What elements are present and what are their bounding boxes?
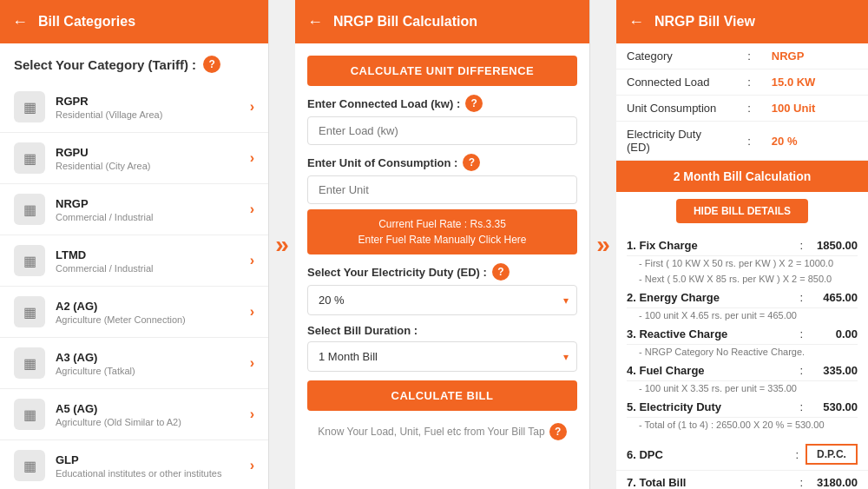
panel2-body: CALCULATE UNIT DIFFERENCE Enter Connecte… [295,43,589,489]
fuel-rate-box[interactable]: Current Fuel Rate : Rs.3.35 Enter Fuel R… [307,209,577,254]
charge-sub: - 100 unit X 4.65 rs. per unit = 465.00 [627,308,858,324]
charge-main-row: 5. Electricity Duty : 530.00 [627,397,858,418]
ed-value: 20 % [761,122,868,161]
total-bill-label: 7. Total Bill [627,476,792,489]
unit-consumption-field-group: Enter Unit of Consumption : ? Current Fu… [307,154,577,254]
connected-load-label-view: Connected Load [616,69,737,96]
cat-calculator-icon-rgpu: ▦ [14,142,45,174]
hide-bill-details-button[interactable]: HIDE BILL DETAILS [676,199,808,223]
charge-sub: - First ( 10 KW X 50 rs. per KW ) X 2 = … [627,256,858,272]
cat-desc-ltmd: Commercial / Industrial [56,263,250,274]
charge-sub: - 100 unit X 3.35 rs. per unit = 335.00 [627,381,858,397]
panel3-header: ← NRGP Bill View [616,0,868,43]
know-tap-help-icon[interactable]: ? [549,423,567,440]
cat-desc-glp: Educational institutes or other institut… [56,468,250,479]
nrgp-bill-view-panel: ← NRGP Bill View Category : NRGP Connect… [616,0,868,489]
fuel-rate-line2: Enter Fuel Rate Manually Click Here [318,232,567,248]
charge-value: 335.00 [810,364,858,377]
charge-sub: - Total of (1 to 4) : 2650.00 X 20 % = 5… [627,418,858,433]
cat-desc-a5ag: Agriculture (Old Similar to A2) [56,417,250,427]
category-item-a3ag[interactable]: ▦ A3 (AG) Agriculture (Tatkal) › [0,338,268,389]
panel3-title: NRGP Bill View [654,14,755,30]
panel3-back-arrow[interactable]: ← [628,13,644,31]
category-item-a5ag[interactable]: ▦ A5 (AG) Agriculture (Old Similar to A2… [0,389,268,440]
ed-field-group: Select Your Electricity Duty (ED) : ? 20… [307,263,577,315]
category-list: ▦ RGPR Residential (Village Area) › ▦ RG… [0,82,268,489]
duration-select[interactable]: 1 Month Bill2 Month Bill3 Month Bill [307,341,577,372]
cat-text-glp: GLP Educational institutes or other inst… [56,453,250,479]
cat-name-ltmd: LTMD [56,248,250,261]
dpc-row: 6. DPC : [616,439,868,471]
ed-label-view: Electricity Duty (ED) [616,122,737,161]
connected-load-row: Connected Load : 15.0 KW [616,69,868,96]
category-item-nrgp[interactable]: ▦ NRGP Commercial / Industrial › [0,184,268,235]
panel1-title: Bill Categories [38,14,135,30]
panel2-back-arrow[interactable]: ← [307,13,323,31]
cat-name-nrgp: NRGP [56,197,250,210]
ed-help-icon[interactable]: ? [492,263,510,281]
month-bill-header: 2 Month Bill Calculation [616,161,868,192]
cat-desc-nrgp: Commercial / Industrial [56,212,250,222]
charge-label: 1. Fix Charge [627,239,792,252]
cat-calculator-icon-ltmd: ▦ [14,245,45,276]
category-item-ltmd[interactable]: ▦ LTMD Commercial / Industrial › [0,235,268,287]
nrgp-bill-calc-panel: ← NRGP Bill Calculation CALCULATE UNIT D… [295,0,590,489]
connected-load-value: 15.0 KW [761,69,868,96]
category-item-a2ag[interactable]: ▦ A2 (AG) Agriculture (Meter Connection)… [0,287,268,338]
charge-label: 2. Energy Charge [627,291,792,304]
calculate-bill-button[interactable]: CALCULATE BILL [307,380,577,411]
cat-text-a3ag: A3 (AG) Agriculture (Tatkal) [56,351,250,376]
category-title-text: Select Your Category (Tariff) : [14,57,196,72]
know-tap-text: Know Your Load, Unit, Fuel etc from Your… [318,426,544,438]
panel1-back-arrow[interactable]: ← [12,13,28,31]
ed-select[interactable]: 20 %10 %5 %0 % [307,285,577,315]
cat-name-rgpu: RGPU [56,146,250,159]
charge-main-row: 4. Fuel Charge : 335.00 [627,360,858,381]
connected-load-label: Enter Connected Load (kw) : ? [307,95,577,112]
dpc-input[interactable] [806,444,858,465]
category-item-rgpu[interactable]: ▦ RGPU Residential (City Area) › [0,133,268,184]
bill-categories-panel: ← Bill Categories Select Your Category (… [0,0,269,489]
category-label: Category [616,43,737,69]
chevron-right-icon-a2ag: › [250,304,254,320]
charge-main-row: 3. Reactive Charge : 0.00 [627,324,858,345]
charge-main-row: 1. Fix Charge : 1850.00 [627,235,858,256]
cat-desc-a3ag: Agriculture (Tatkal) [56,366,250,376]
chevron-right-icon-glp: › [250,458,254,473]
cat-name-a2ag: A2 (AG) [56,300,250,313]
category-title-row: Select Your Category (Tariff) : ? [0,43,268,82]
charge-value: 1850.00 [810,239,858,252]
bill-detail-section: 1. Fix Charge : 1850.00 - First ( 10 KW … [616,230,868,439]
category-item-glp[interactable]: ▦ GLP Educational institutes or other in… [0,440,268,489]
cat-calculator-icon-a2ag: ▦ [14,296,45,327]
unit-consumption-input[interactable] [307,175,577,204]
cat-name-a5ag: A5 (AG) [56,402,250,415]
arrow-1-2: » [269,0,295,489]
cat-calculator-icon-a3ag: ▦ [14,347,45,379]
charge-row: 4. Fuel Charge : 335.00 - 100 unit X 3.3… [627,360,858,397]
charge-row: 5. Electricity Duty : 530.00 - Total of … [627,397,858,433]
connected-load-input[interactable] [307,116,577,145]
cat-name-glp: GLP [56,453,250,466]
connected-load-help-icon[interactable]: ? [465,95,483,112]
chevron-right-icon-ltmd: › [250,253,254,268]
arrow-2-3: » [590,0,616,489]
panel2-header: ← NRGP Bill Calculation [295,0,589,43]
connected-load-field-group: Enter Connected Load (kw) : ? [307,95,577,145]
charge-sub: - NRGP Category No Reactive Charge. [627,345,858,360]
total-bill-row: 7. Total Bill : 3180.00 [616,471,868,489]
category-help-icon[interactable]: ? [203,56,220,73]
charge-sub: - Next ( 5.0 KW X 85 rs. per KW ) X 2 = … [627,272,858,287]
cat-text-rgpu: RGPU Residential (City Area) [56,146,250,171]
unit-help-icon[interactable]: ? [463,154,480,171]
chevron-right-icon-a5ag: › [250,406,254,422]
calc-unit-diff-button[interactable]: CALCULATE UNIT DIFFERENCE [307,56,577,86]
charge-label: 3. Reactive Charge [627,327,792,340]
cat-text-nrgp: NRGP Commercial / Industrial [56,197,250,222]
category-row: Category : NRGP [616,43,868,69]
category-item-rgpr[interactable]: ▦ RGPR Residential (Village Area) › [0,82,268,133]
unit-consumption-label-view: Unit Consumption [616,96,737,122]
chevron-right-icon-rgpr: › [250,99,254,115]
cat-name-a3ag: A3 (AG) [56,351,250,364]
cat-name-rgpr: RGPR [56,95,250,108]
